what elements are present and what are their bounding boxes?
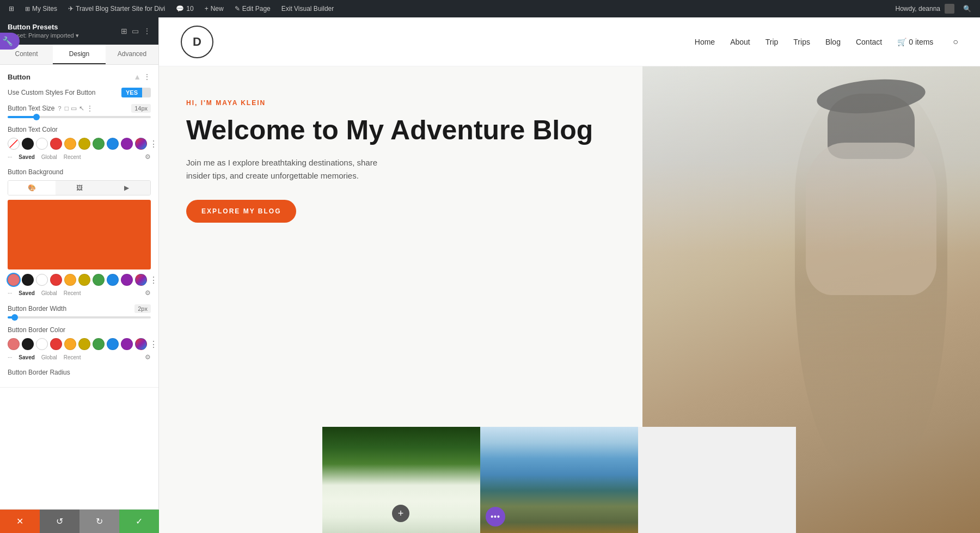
site-name-menu[interactable]: ✈ Travel Blog Starter Site for Divi (64, 0, 169, 17)
bg-gradient-swatch[interactable] (135, 274, 147, 286)
bg-active-swatch[interactable] (8, 274, 20, 286)
nav-blog[interactable]: Blog (825, 38, 841, 46)
black-swatch[interactable] (22, 138, 34, 150)
desktop-icon[interactable]: □ (65, 105, 69, 112)
nav-search-icon[interactable]: ○ (953, 37, 958, 47)
text-size-value[interactable]: 14px (131, 104, 151, 113)
bg-black-swatch[interactable] (22, 274, 34, 286)
bc-settings-icon[interactable]: ⚙ (145, 353, 151, 361)
expand-icon[interactable]: ▭ (132, 27, 139, 35)
left-panel: Button Presets Preset: Primary imported … (0, 17, 159, 533)
redo-button[interactable]: ↻ (79, 510, 119, 533)
tab-advanced[interactable]: Advanced (106, 45, 158, 64)
bg-tab-color[interactable]: 🎨 (8, 181, 56, 195)
purple-swatch[interactable] (121, 138, 133, 150)
nav-cart[interactable]: 🛒 0 items (897, 38, 933, 46)
tab-design[interactable]: Design (53, 45, 106, 64)
nav-trips[interactable]: Trips (793, 38, 810, 46)
bg-recent-label[interactable]: Recent (64, 290, 81, 296)
white-swatch[interactable] (36, 138, 48, 150)
bg-global-label[interactable]: Global (41, 290, 57, 296)
nav-about[interactable]: About (730, 38, 750, 46)
color-settings-icon[interactable]: ⚙ (145, 153, 151, 161)
toggle-yes[interactable]: YES (121, 88, 142, 97)
bc-saved-label[interactable]: Saved (19, 354, 34, 360)
gradient-swatch[interactable] (135, 138, 147, 150)
bc-red-swatch[interactable] (50, 338, 62, 350)
bg-blue-swatch[interactable] (107, 274, 119, 286)
panel-tabs: Content Design Advanced (0, 45, 158, 65)
new-menu[interactable]: + New (200, 0, 228, 17)
edit-page[interactable]: ✎ Edit Page (230, 0, 275, 17)
add-section-button[interactable]: + (392, 505, 409, 522)
save-button[interactable]: ✓ (119, 510, 159, 533)
cursor-icon[interactable]: ↖ (79, 105, 84, 112)
text-size-help[interactable]: ? (58, 105, 62, 112)
nav-contact[interactable]: Contact (856, 38, 882, 46)
bc-gold-swatch[interactable] (78, 338, 90, 350)
reset-button[interactable]: ↺ (40, 510, 79, 533)
tablet-icon[interactable]: ▭ (71, 105, 77, 112)
custom-styles-toggle-row: Use Custom Styles For Button YES (8, 88, 151, 97)
bc-recent-label[interactable]: Recent (64, 354, 81, 360)
red-swatch[interactable] (50, 138, 62, 150)
bc-white-swatch[interactable] (36, 338, 48, 350)
collapse-icon[interactable]: ▲ (133, 72, 141, 81)
bg-saved-label[interactable]: Saved (19, 290, 34, 296)
border-width-value[interactable]: 2px (134, 304, 151, 313)
saved-label[interactable]: Saved (19, 154, 34, 160)
bc-purple-swatch[interactable] (121, 338, 133, 350)
mobile-icon[interactable]: ⋮ (87, 105, 93, 112)
text-size-track[interactable] (8, 116, 151, 118)
custom-styles-toggle[interactable]: YES (121, 88, 151, 97)
green-swatch[interactable] (93, 138, 105, 150)
gold-swatch[interactable] (78, 138, 90, 150)
bc-yellow-swatch[interactable] (64, 338, 76, 350)
bc-blue-swatch[interactable] (107, 338, 119, 350)
comments-menu[interactable]: 💬 10 (171, 0, 198, 17)
wp-logo[interactable]: ⊞ (4, 0, 19, 17)
bc-black-swatch[interactable] (22, 338, 34, 350)
bg-more-icon[interactable]: ⋮ (149, 275, 158, 285)
bg-tab-image[interactable]: 🖼 (56, 181, 103, 195)
bg-green-swatch[interactable] (93, 274, 105, 286)
more-icon[interactable]: ⋮ (143, 27, 151, 35)
more-colors-icon[interactable]: ⋮ (149, 139, 158, 149)
bg-color-preview[interactable] (8, 200, 151, 269)
howdy-menu[interactable]: Howdy, deanna (891, 4, 959, 14)
bc-more-icon[interactable]: ⋮ (149, 339, 158, 350)
bg-purple-swatch[interactable] (121, 274, 133, 286)
admin-search[interactable]: 🔍 (959, 5, 976, 13)
text-color-row: Button Text Color ⋮ ··· Saved (8, 126, 151, 161)
bc-global-label[interactable]: Global (41, 354, 57, 360)
hero-section: HI, I'M MAYA KLEIN Welcome to My Adventu… (159, 66, 980, 533)
border-width-thumb[interactable] (11, 314, 18, 321)
bg-white-swatch[interactable] (36, 274, 48, 286)
bg-yellow-swatch[interactable] (64, 274, 76, 286)
nav-trip[interactable]: Trip (765, 38, 779, 46)
floating-purple-button[interactable]: ••• (486, 507, 505, 526)
site-navigation: D Home About Trip Trips Blog Contact 🛒 0… (159, 17, 980, 66)
bg-red-swatch[interactable] (50, 274, 62, 286)
recent-label[interactable]: Recent (64, 154, 81, 160)
blue-swatch[interactable] (107, 138, 119, 150)
bg-gold-swatch[interactable] (78, 274, 90, 286)
yellow-swatch[interactable] (64, 138, 76, 150)
section-more-icon[interactable]: ⋮ (143, 72, 151, 81)
bc-active-swatch[interactable] (8, 338, 20, 350)
exit-builder[interactable]: Exit Visual Builder (277, 0, 339, 17)
explore-button[interactable]: EXPLORE MY BLOG (186, 200, 296, 223)
transparent-swatch[interactable] (8, 138, 20, 150)
my-sites-menu[interactable]: ⊞ My Sites (21, 0, 62, 17)
cancel-button[interactable]: ✕ (0, 510, 40, 533)
bg-settings-icon[interactable]: ⚙ (145, 289, 151, 297)
preset-icon[interactable]: ⊞ (121, 27, 127, 35)
bc-gradient-swatch[interactable] (135, 338, 147, 350)
text-size-thumb[interactable] (33, 114, 40, 120)
bg-tab-video[interactable]: ▶ (103, 181, 150, 195)
nav-home[interactable]: Home (695, 38, 715, 46)
global-label[interactable]: Global (41, 154, 57, 160)
bc-green-swatch[interactable] (93, 338, 105, 350)
border-width-track[interactable] (8, 316, 151, 318)
custom-styles-label: Use Custom Styles For Button (8, 89, 95, 96)
